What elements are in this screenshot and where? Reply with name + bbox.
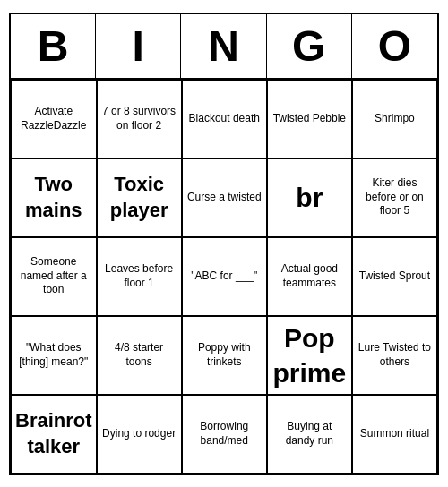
bingo-letter-o: O [352, 14, 437, 78]
bingo-cell-23: Buying at dandy run [267, 395, 352, 474]
bingo-grid: Activate RazzleDazzle7 or 8 survivors on… [11, 80, 437, 474]
bingo-cell-5: Two mains [11, 158, 97, 237]
cell-text-6: Toxic player [101, 172, 177, 223]
bingo-cell-19: Lure Twisted to others [352, 316, 437, 395]
cell-text-10: Someone named after a toon [15, 255, 92, 297]
bingo-cell-10: Someone named after a toon [11, 237, 97, 316]
cell-text-5: Two mains [15, 172, 92, 223]
cell-text-15: "What does [thing] mean?" [15, 341, 92, 369]
bingo-cell-6: Toxic player [97, 158, 182, 237]
cell-text-0: Activate RazzleDazzle [15, 105, 92, 132]
bingo-cell-22: Borrowing band/med [182, 395, 267, 474]
bingo-cell-1: 7 or 8 survivors on floor 2 [97, 80, 182, 158]
cell-text-22: Borrowing band/med [186, 420, 263, 448]
bingo-cell-3: Twisted Pebble [267, 80, 352, 158]
bingo-cell-9: Kiter dies before or on floor 5 [352, 158, 437, 237]
bingo-cell-18: Pop prime [267, 316, 352, 395]
bingo-letter-n: N [181, 14, 266, 78]
cell-text-4: Shrimpo [375, 112, 415, 126]
cell-text-1: 7 or 8 survivors on floor 2 [101, 105, 177, 132]
bingo-cell-8: br [267, 158, 352, 237]
cell-text-17: Poppy with trinkets [186, 341, 263, 369]
bingo-cell-21: Dying to rodger [97, 395, 182, 474]
bingo-cell-4: Shrimpo [352, 80, 437, 158]
bingo-cell-17: Poppy with trinkets [182, 316, 267, 395]
bingo-cell-15: "What does [thing] mean?" [11, 316, 97, 395]
cell-text-23: Buying at dandy run [271, 420, 348, 448]
bingo-letter-b: B [11, 14, 96, 78]
cell-text-12: "ABC for ___" [191, 269, 257, 284]
bingo-cell-24: Summon ritual [352, 395, 437, 474]
cell-text-11: Leaves before floor 1 [101, 262, 177, 290]
cell-text-24: Summon ritual [360, 427, 429, 441]
cell-text-9: Kiter dies before or on floor 5 [357, 176, 433, 218]
bingo-cell-14: Twisted Sprout [352, 237, 437, 316]
bingo-letter-i: I [96, 14, 181, 78]
cell-text-18: Pop prime [271, 320, 348, 390]
cell-text-16: 4/8 starter toons [101, 341, 177, 369]
bingo-cell-13: Actual good teammates [267, 237, 352, 316]
cell-text-21: Dying to rodger [102, 427, 176, 441]
cell-text-20: Brainrot talker [15, 408, 92, 459]
cell-text-8: br [296, 180, 323, 215]
bingo-cell-12: "ABC for ___" [182, 237, 267, 316]
cell-text-19: Lure Twisted to others [357, 341, 433, 369]
bingo-cell-0: Activate RazzleDazzle [11, 80, 97, 158]
cell-text-14: Twisted Sprout [359, 269, 430, 284]
cell-text-2: Blackout death [189, 112, 260, 126]
bingo-cell-11: Leaves before floor 1 [97, 237, 182, 316]
cell-text-7: Curse a twisted [187, 191, 262, 205]
bingo-cell-2: Blackout death [182, 80, 267, 158]
bingo-header: BINGO [11, 14, 437, 80]
cell-text-3: Twisted Pebble [273, 112, 346, 126]
bingo-cell-16: 4/8 starter toons [97, 316, 182, 395]
bingo-letter-g: G [267, 14, 352, 78]
bingo-cell-7: Curse a twisted [182, 158, 267, 237]
bingo-cell-20: Brainrot talker [11, 395, 97, 474]
cell-text-13: Actual good teammates [271, 262, 348, 290]
bingo-card: BINGO Activate RazzleDazzle7 or 8 surviv… [9, 13, 439, 475]
